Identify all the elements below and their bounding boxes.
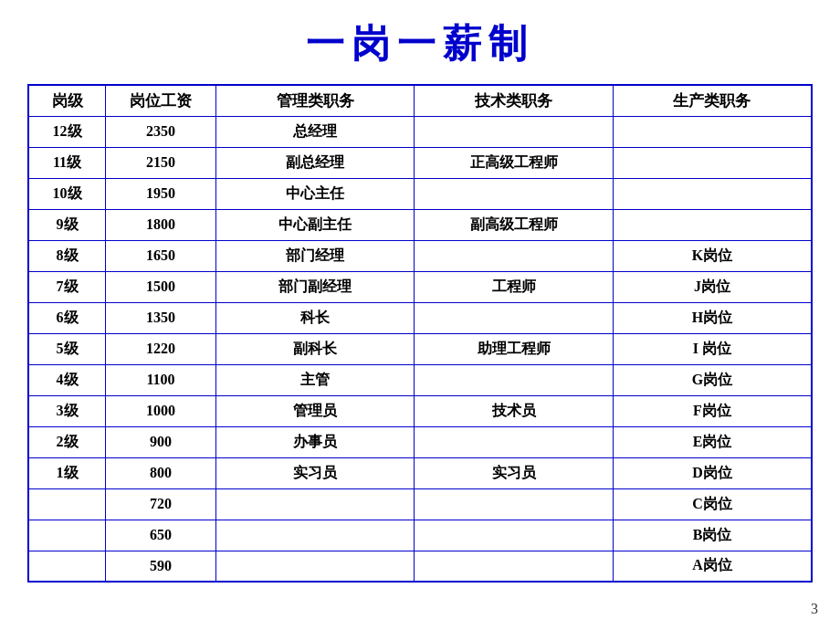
cell-salary: 1950: [106, 178, 216, 209]
table-row: 2级900办事员E岗位: [28, 426, 812, 457]
cell-salary: 650: [106, 520, 216, 551]
cell-tech: [415, 520, 614, 551]
cell-prod: B岗位: [613, 520, 812, 551]
header-salary: 岗位工资: [106, 85, 216, 116]
cell-salary: 590: [106, 551, 216, 582]
cell-mgmt: 科长: [215, 302, 415, 333]
cell-mgmt: 管理员: [215, 395, 415, 426]
cell-prod: I 岗位: [613, 333, 812, 364]
table-container: 岗级 岗位工资 管理类职务 技术类职务 生产类职务 12级2350总经理11级2…: [27, 84, 813, 583]
table-row: 11级2150副总经理正高级工程师: [28, 147, 812, 178]
cell-grade: 11级: [28, 147, 106, 178]
slide: 一岗一薪制 岗级 岗位工资 管理类职务 技术类职务 生产类职务 12级2350总…: [0, 0, 840, 630]
cell-salary: 1350: [106, 302, 216, 333]
cell-grade: 7级: [28, 271, 106, 302]
cell-tech: [415, 426, 614, 457]
header-tech: 技术类职务: [415, 85, 614, 116]
cell-mgmt: 部门副经理: [215, 271, 415, 302]
table-row: 5级1220副科长助理工程师I 岗位: [28, 333, 812, 364]
table-row: 650B岗位: [28, 520, 812, 551]
cell-grade: [28, 520, 106, 551]
cell-salary: 1000: [106, 395, 216, 426]
table-row: 720C岗位: [28, 488, 812, 520]
cell-grade: 2级: [28, 426, 106, 457]
table-row: 3级1000管理员技术员F岗位: [28, 395, 812, 426]
cell-tech: [415, 551, 614, 582]
header-mgmt: 管理类职务: [215, 85, 415, 116]
cell-prod: [613, 209, 812, 240]
cell-prod: [613, 116, 812, 147]
cell-grade: 6级: [28, 302, 106, 333]
cell-tech: 副高级工程师: [415, 209, 614, 240]
cell-tech: 正高级工程师: [415, 147, 614, 178]
cell-grade: 8级: [28, 240, 106, 271]
cell-prod: E岗位: [613, 426, 812, 457]
cell-prod: F岗位: [613, 395, 812, 426]
cell-salary: 2350: [106, 116, 216, 147]
cell-salary: 1220: [106, 333, 216, 364]
table-row: 590A岗位: [28, 551, 812, 582]
cell-mgmt: 中心主任: [215, 178, 415, 209]
cell-salary: 800: [106, 457, 216, 488]
cell-prod: [613, 147, 812, 178]
cell-mgmt: 部门经理: [215, 240, 415, 271]
cell-prod: D岗位: [613, 457, 812, 488]
cell-mgmt: 主管: [215, 364, 415, 395]
table-row: 7级1500部门副经理工程师J岗位: [28, 271, 812, 302]
cell-grade: 3级: [28, 395, 106, 426]
cell-grade: [28, 551, 106, 582]
table-header-row: 岗级 岗位工资 管理类职务 技术类职务 生产类职务: [28, 85, 812, 116]
cell-grade: 5级: [28, 333, 106, 364]
page-number: 3: [811, 601, 818, 617]
cell-tech: 技术员: [415, 395, 614, 426]
cell-salary: 1650: [106, 240, 216, 271]
cell-salary: 720: [106, 488, 216, 520]
cell-salary: 900: [106, 426, 216, 457]
cell-mgmt: 副总经理: [215, 147, 415, 178]
cell-prod: K岗位: [613, 240, 812, 271]
cell-tech: 助理工程师: [415, 333, 614, 364]
cell-salary: 1800: [106, 209, 216, 240]
cell-prod: C岗位: [613, 488, 812, 520]
cell-mgmt: 实习员: [215, 457, 415, 488]
cell-salary: 1500: [106, 271, 216, 302]
cell-grade: 9级: [28, 209, 106, 240]
cell-mgmt: [215, 520, 415, 551]
page-title: 一岗一薪制: [306, 18, 534, 69]
table-row: 12级2350总经理: [28, 116, 812, 147]
table-row: 6级1350科长H岗位: [28, 302, 812, 333]
cell-tech: [415, 240, 614, 271]
cell-mgmt: 中心副主任: [215, 209, 415, 240]
cell-grade: 12级: [28, 116, 106, 147]
cell-tech: [415, 302, 614, 333]
cell-grade: 1级: [28, 457, 106, 488]
header-prod: 生产类职务: [613, 85, 812, 116]
cell-grade: 4级: [28, 364, 106, 395]
cell-prod: G岗位: [613, 364, 812, 395]
cell-tech: 工程师: [415, 271, 614, 302]
table-row: 9级1800中心副主任副高级工程师: [28, 209, 812, 240]
cell-tech: [415, 178, 614, 209]
cell-mgmt: [215, 551, 415, 582]
cell-grade: [28, 488, 106, 520]
cell-salary: 2150: [106, 147, 216, 178]
table-row: 10级1950中心主任: [28, 178, 812, 209]
cell-tech: [415, 364, 614, 395]
cell-mgmt: 副科长: [215, 333, 415, 364]
cell-tech: 实习员: [415, 457, 614, 488]
table-row: 8级1650部门经理K岗位: [28, 240, 812, 271]
cell-prod: A岗位: [613, 551, 812, 582]
cell-mgmt: 总经理: [215, 116, 415, 147]
salary-table: 岗级 岗位工资 管理类职务 技术类职务 生产类职务 12级2350总经理11级2…: [27, 84, 813, 583]
cell-mgmt: [215, 488, 415, 520]
table-row: 4级1100主管G岗位: [28, 364, 812, 395]
cell-prod: H岗位: [613, 302, 812, 333]
cell-mgmt: 办事员: [215, 426, 415, 457]
table-row: 1级800实习员实习员D岗位: [28, 457, 812, 488]
cell-salary: 1100: [106, 364, 216, 395]
header-grade: 岗级: [28, 85, 106, 116]
cell-prod: J岗位: [613, 271, 812, 302]
cell-tech: [415, 488, 614, 520]
cell-grade: 10级: [28, 178, 106, 209]
cell-prod: [613, 178, 812, 209]
